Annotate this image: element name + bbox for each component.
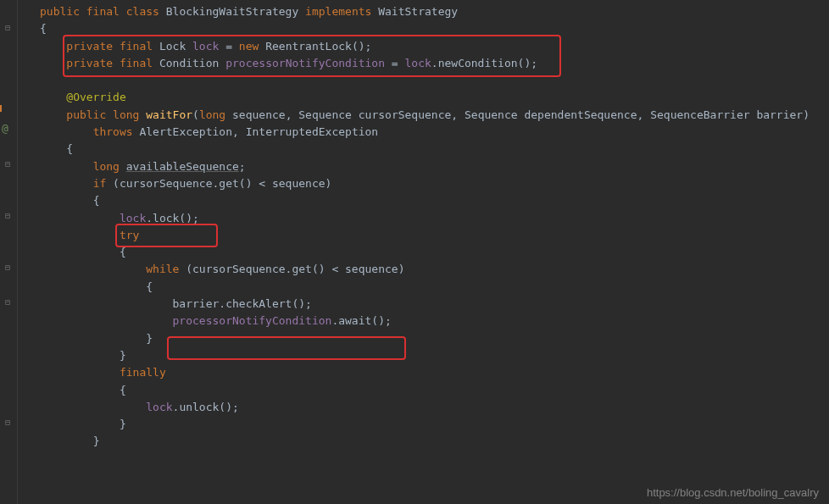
param-type: SequenceBarrier: [650, 108, 749, 121]
comma: ,: [451, 108, 465, 121]
field-lock: lock: [192, 40, 219, 53]
field-processor-notify-condition: processorNotifyCondition: [225, 57, 385, 69]
code-area[interactable]: public final class BlockingWaitStrategy …: [18, 0, 829, 504]
text: =: [385, 57, 404, 69]
call-checkalert: barrier.checkAlert(): [173, 297, 306, 310]
brace-open: {: [93, 194, 100, 207]
ref-lock: lock: [405, 57, 431, 69]
dot: .: [146, 212, 153, 224]
code-editor[interactable]: @ ⊟ ⊟ ⊟ ⊟ ⊟ ⊟ public final class Blockin…: [0, 0, 829, 504]
keyword-public: public: [40, 5, 80, 18]
interface-name: WaitStrategy: [378, 5, 458, 18]
semi: ;: [531, 57, 537, 69]
method-lock: lock(): [153, 212, 192, 224]
fold-icon[interactable]: ⊟: [5, 24, 13, 31]
while-condition: (cursorSequence.get() < sequence): [186, 263, 404, 275]
if-condition: (cursorSequence.get() < sequence): [113, 177, 331, 190]
var-availablesequence: availableSequence: [126, 160, 239, 173]
keyword-private: private: [66, 57, 113, 69]
method-waitfor: waitFor: [146, 108, 192, 121]
keyword-throws: throws: [93, 125, 133, 138]
exception-type: AlertException: [139, 125, 232, 138]
brace-open: {: [66, 142, 73, 155]
change-marker: [0, 105, 2, 112]
brace-open: {: [120, 246, 126, 258]
ref-lock: lock: [120, 212, 146, 224]
keyword-while: while: [146, 263, 179, 275]
keyword-final: final: [120, 57, 153, 69]
semi: ;: [305, 297, 312, 310]
brace-open: {: [146, 280, 153, 293]
param-name: sequence: [232, 108, 286, 121]
brace-close: }: [93, 435, 100, 447]
method-await: await(): [338, 314, 385, 327]
text: =: [219, 40, 238, 53]
keyword-long: long: [93, 160, 120, 173]
class-name: BlockingWaitStrategy: [166, 5, 299, 18]
comma: ,: [232, 125, 246, 138]
param-name: cursorSequence: [359, 108, 452, 121]
fold-icon[interactable]: ⊟: [5, 160, 13, 168]
keyword-if: if: [93, 177, 107, 190]
param-type: Sequence: [298, 108, 352, 121]
override-gutter-icon[interactable]: @: [2, 122, 8, 135]
fold-icon[interactable]: ⊟: [5, 263, 13, 271]
keyword-private: private: [66, 40, 113, 53]
comma: ,: [286, 108, 299, 121]
brace-close: }: [146, 332, 153, 345]
keyword-final: final: [86, 5, 120, 18]
keyword-class: class: [126, 5, 159, 18]
semi: ;: [385, 314, 392, 327]
ref-pnc: processorNotifyCondition: [173, 314, 332, 327]
ctor-reentrant: ReentrantLock(): [265, 40, 364, 53]
fold-icon[interactable]: ⊟: [5, 418, 13, 426]
keyword-public: public: [66, 108, 106, 121]
keyword-final: final: [120, 40, 153, 53]
semi: ;: [239, 160, 246, 173]
return-type: long: [113, 108, 139, 121]
exception-type: InterruptedException: [246, 125, 379, 138]
semi: ;: [232, 401, 239, 413]
brace-close: }: [120, 349, 126, 362]
keyword-new: new: [239, 40, 259, 53]
keyword-try: try: [120, 229, 139, 241]
brace-open: {: [120, 384, 126, 396]
semi: ;: [192, 212, 199, 224]
brace-open: {: [40, 22, 47, 35]
param-name: barrier: [756, 108, 803, 121]
method-unlock: unlock(): [179, 401, 232, 413]
brace-close: }: [120, 418, 126, 430]
param-type: long: [199, 108, 225, 121]
keyword-implements: implements: [305, 5, 371, 18]
fold-icon[interactable]: ⊟: [5, 212, 13, 219]
method-newcondition: newCondition(): [438, 57, 531, 69]
ref-lock: lock: [146, 401, 172, 413]
semi: ;: [365, 40, 372, 53]
param-name: dependentSequence: [524, 108, 637, 121]
type-lock: Lock: [159, 40, 186, 53]
comma: ,: [637, 108, 651, 121]
type-condition: Condition: [159, 57, 219, 69]
fold-icon[interactable]: ⊟: [5, 298, 13, 306]
param-type: Sequence: [465, 108, 518, 121]
keyword-finally: finally: [120, 366, 166, 379]
dot: .: [431, 57, 438, 69]
annotation-override: @Override: [66, 91, 125, 103]
watermark-text: https://blog.csdn.net/boling_cavalry: [647, 486, 819, 499]
editor-gutter: @ ⊟ ⊟ ⊟ ⊟ ⊟ ⊟: [0, 0, 18, 504]
